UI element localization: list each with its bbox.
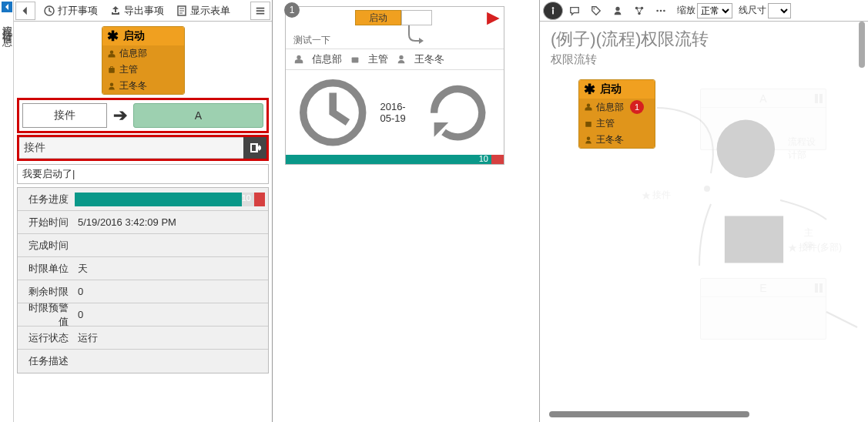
star-icon: ✱	[584, 82, 595, 96]
graph-button[interactable]	[629, 2, 649, 20]
flow-canvas[interactable]: ✱启动 信息部1 主管 王冬冬 A 流程设计部 主管 接件 接件(多部) E	[549, 73, 868, 418]
svg-point-23	[717, 120, 775, 178]
table-row: 完成时间	[18, 234, 268, 257]
export-item-button[interactable]: 导出事项	[105, 1, 168, 21]
notification-badge: 1	[630, 100, 644, 114]
comment-input[interactable]: 我要启动了|	[17, 164, 269, 184]
zoom-label: 缩放	[677, 4, 695, 17]
horizontal-scrollbar[interactable]	[549, 411, 853, 417]
flow-title: (例子)(流程)权限流转	[540, 22, 868, 51]
task-card[interactable]: 1 启动 测试一下 信息部 主管 王冬冬 2016-05-19 10	[285, 6, 504, 165]
briefcase-icon	[350, 54, 360, 65]
edge-label: 接件(多部)	[788, 241, 842, 254]
task-date-row: 2016-05-19	[286, 69, 504, 155]
table-row: 时限预警值0	[18, 303, 268, 327]
svg-rect-10	[552, 9, 554, 14]
route-to[interactable]: A	[133, 103, 263, 128]
form-icon	[175, 4, 189, 18]
svg-rect-21	[585, 122, 592, 127]
route-selection: 接件 ➔ A	[17, 98, 269, 133]
start-node-row: 王冬冬	[102, 78, 184, 94]
group-icon	[293, 54, 304, 65]
flow-arrow-icon	[405, 25, 436, 49]
tab-icon	[2, 2, 12, 12]
left-toolbar: 打开事项 导出事项 显示表单	[14, 0, 272, 22]
svg-rect-6	[352, 57, 359, 62]
task-info-table: 任务进度 10 开始时间5/19/2016 3:42:09 PM 完成时间 时限…	[17, 187, 269, 373]
svg-point-11	[594, 8, 595, 9]
show-form-button[interactable]: 显示表单	[171, 1, 234, 21]
vertical-tab-label: 流程运行信息	[0, 17, 14, 31]
row-label: 任务进度	[18, 193, 73, 206]
refresh-icon	[420, 75, 496, 151]
start-node-header: ✱ 启动	[102, 27, 184, 45]
table-row: 剩余时限0	[18, 280, 268, 303]
arrow-right-icon: ➔	[113, 106, 127, 126]
table-row: 运行状态运行	[18, 327, 268, 350]
clock-icon	[42, 4, 56, 18]
line-size-select[interactable]	[768, 3, 791, 18]
middle-panel: 1 启动 测试一下 信息部 主管 王冬冬 2016-05-19 10	[277, 0, 539, 422]
progress-bar: 10	[75, 193, 265, 206]
svg-point-20	[587, 104, 591, 108]
pause-icon	[815, 94, 823, 103]
menu-button[interactable]	[250, 2, 270, 20]
flow-subtitle: 权限流转	[540, 51, 868, 73]
svg-rect-3	[109, 68, 115, 73]
vertical-scrollbar[interactable]	[859, 22, 865, 413]
star-icon: ✱	[107, 29, 119, 43]
start-node-row: 信息部	[102, 45, 184, 62]
svg-point-17	[660, 9, 662, 12]
svg-point-4	[109, 82, 113, 86]
comment-button[interactable]	[565, 2, 585, 20]
flow-start-chip: 启动	[355, 10, 401, 25]
right-toolbar: 缩放 正常 线尺寸	[540, 0, 868, 22]
svg-point-7	[399, 55, 403, 59]
table-row: 任务描述	[18, 350, 268, 373]
task-progress-bar: 10	[286, 155, 504, 164]
line-size-label: 线尺寸	[739, 4, 766, 17]
task-caption: 测试一下	[293, 34, 330, 47]
table-row: 任务进度 10	[18, 188, 268, 211]
svg-point-18	[663, 9, 665, 12]
info-button[interactable]	[543, 2, 563, 20]
table-row: 开始时间5/19/2016 3:42:09 PM	[18, 211, 268, 234]
pause-icon	[815, 283, 823, 293]
more-button[interactable]	[651, 2, 671, 20]
user-button[interactable]	[608, 2, 628, 20]
zoom-select[interactable]: 正常	[697, 3, 732, 18]
svg-point-5	[297, 55, 300, 59]
canvas-node-a[interactable]: A 流程设计部 主管	[700, 89, 826, 150]
edge-label: 接件	[642, 189, 671, 202]
flow-next-chip	[401, 10, 432, 25]
person-icon	[396, 54, 407, 65]
start-node-row: 主管	[102, 62, 184, 78]
svg-point-22	[587, 136, 591, 140]
svg-point-16	[656, 9, 659, 12]
tag-button[interactable]	[586, 2, 606, 20]
right-panel: 缩放 正常 线尺寸 (例子)(流程)权限流转 权限流转 ✱启动 信息部1 主管 …	[539, 0, 868, 422]
action-input[interactable]	[19, 137, 243, 159]
canvas-start-node[interactable]: ✱启动 信息部1 主管 王冬冬	[578, 79, 655, 149]
export-icon	[109, 4, 122, 18]
clock-icon	[293, 73, 372, 152]
submit-button[interactable]	[243, 137, 266, 159]
back-button[interactable]	[15, 2, 35, 20]
svg-point-12	[615, 6, 619, 10]
table-row: 时限单位天	[18, 257, 268, 280]
step-number-badge: 1	[284, 2, 300, 18]
left-panel: 打开事项 导出事项 显示表单 ✱ 启动 信息部 主管 王冬冬 接件 ➔ A	[14, 0, 273, 422]
route-from[interactable]: 接件	[22, 103, 107, 128]
svg-point-9	[552, 7, 555, 9]
task-people-row: 信息部 主管 王冬冬	[286, 49, 504, 69]
canvas-node-e[interactable]: E	[700, 278, 826, 340]
svg-point-2	[109, 50, 113, 54]
start-node-card[interactable]: ✱ 启动 信息部 主管 王冬冬	[102, 26, 185, 95]
svg-rect-24	[725, 216, 783, 263]
vertical-tab[interactable]: 流程运行信息	[0, 0, 14, 422]
open-item-button[interactable]: 打开事项	[39, 1, 102, 21]
action-input-row	[17, 135, 269, 161]
